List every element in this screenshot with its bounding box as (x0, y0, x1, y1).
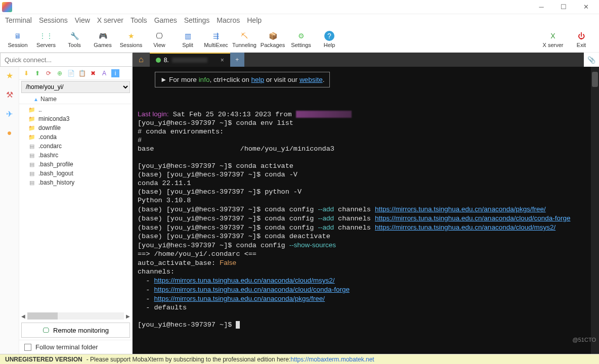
menu-sessions[interactable]: Sessions (39, 16, 68, 24)
copy-icon[interactable]: 📄 (67, 69, 75, 77)
follow-terminal-row[interactable]: Follow terminal folder (19, 340, 132, 354)
menubar: TerminalSessionsViewX serverToolsGamesSe… (0, 14, 599, 26)
file-list: 📁..📁miniconda3📁downfile📁.conda▤.condarc▤… (19, 104, 132, 311)
split-icon: ▥ (183, 31, 193, 41)
terminal-pane[interactable]: ► For more info, ctrl+click on help or v… (133, 67, 599, 354)
file-item[interactable]: ▤.bash_profile (21, 160, 130, 169)
download-icon[interactable]: ⬇ (22, 69, 30, 77)
globe-icon[interactable]: ● (4, 127, 15, 139)
menu-view[interactable]: View (75, 16, 90, 24)
toolbar-tools[interactable]: 🔧Tools (61, 31, 88, 48)
toolbar-help[interactable]: ?Help (316, 31, 343, 48)
folder-icon: 📁 (28, 115, 35, 122)
tool-icon[interactable]: ⚒ (4, 89, 15, 100)
help-icon: ? (324, 31, 334, 41)
menu-settings[interactable]: Settings (184, 16, 210, 24)
mobaxterm-link[interactable]: https://mobaxterm.mobatek.net (290, 356, 374, 363)
tab-bar: ⌂ 8. × + (133, 53, 584, 67)
sidebar-tabs: ★ ⚒ ✈ ● (0, 67, 19, 354)
toolbar-exit[interactable]: ⏻Exit (568, 31, 595, 48)
settings-icon: ⚙ (296, 31, 306, 41)
unregistered-label: UNREGISTERED VERSION (5, 356, 82, 363)
toolbar-split[interactable]: ▥Split (174, 31, 201, 48)
toolbar-sessions[interactable]: ★Sessions (117, 31, 145, 48)
menu-x-server[interactable]: X server (97, 16, 123, 24)
toolbar-settings[interactable]: ⚙Settings (287, 31, 315, 48)
app-icon (2, 2, 12, 12)
quick-connect-row: ⌂ 8. × + 📎 (0, 53, 599, 67)
path-select[interactable]: /home/you_yi/ (21, 81, 130, 93)
file-item[interactable]: 📁.conda (21, 132, 130, 142)
tab-label: 8. (164, 57, 169, 64)
statusbar: UNREGISTERED VERSION - Please support Mo… (0, 354, 599, 364)
tab-new[interactable]: + (230, 53, 244, 67)
plus-icon: + (235, 56, 239, 63)
sidebar: ★ ⚒ ✈ ● ⬇ ⬆ ⟳ ⊕ 📄 📋 ✖ A i /home/you_yi/ … (0, 67, 133, 354)
close-button[interactable]: ✕ (575, 0, 597, 14)
monitor-icon: 🖵 (42, 327, 49, 334)
toolbar-session[interactable]: 🖥Session (4, 31, 31, 48)
file-item[interactable]: ▤.bashrc (21, 151, 130, 160)
folder-icon: 📁 (28, 106, 35, 113)
newfolder-icon[interactable]: ⊕ (56, 69, 64, 77)
menu-macros[interactable]: Macros (217, 16, 240, 24)
toolbar: 🖥Session⋮⋮Servers🔧Tools🎮Games★Sessions🖵V… (0, 26, 599, 53)
menu-terminal[interactable]: Terminal (5, 16, 32, 24)
maximize-button[interactable]: ☐ (552, 0, 575, 14)
minimize-button[interactable]: ─ (530, 0, 552, 14)
tab-home[interactable]: ⌂ (133, 53, 150, 67)
menu-tools[interactable]: Tools (131, 16, 147, 24)
delete-icon[interactable]: ✖ (89, 69, 97, 77)
exit-icon: ⏻ (576, 31, 586, 41)
folder-icon: 📁 (28, 133, 35, 141)
file-item[interactable]: 📁miniconda3 (21, 114, 130, 123)
file-header-name[interactable]: ▴ Name (19, 94, 132, 104)
tab-session-active[interactable]: 8. × (150, 53, 230, 67)
upload-icon[interactable]: ⬆ (33, 69, 41, 77)
hscrollbar[interactable]: ◀▶ (19, 311, 132, 321)
packages-icon: 📦 (268, 31, 278, 41)
terminal-scrollbar[interactable] (591, 67, 599, 354)
view-icon: 🖵 (154, 31, 164, 41)
home-icon: ⌂ (139, 55, 144, 64)
toolbar-view[interactable]: 🖵View (146, 31, 173, 48)
file-icon: ▤ (28, 143, 35, 150)
toolbar-games[interactable]: 🎮Games (89, 31, 116, 48)
multiexec-icon: ⇶ (211, 31, 221, 41)
tab-close-icon[interactable]: × (221, 57, 224, 64)
toolbar-servers[interactable]: ⋮⋮Servers (32, 31, 60, 48)
quick-connect-input[interactable] (0, 53, 133, 67)
refresh-icon[interactable]: ⟳ (45, 69, 53, 77)
menu-help[interactable]: Help (247, 16, 262, 24)
file-icon: ▤ (28, 179, 35, 186)
remote-monitoring-button[interactable]: 🖵 Remote monitoring (21, 323, 130, 338)
file-item[interactable]: 📁.. (21, 105, 130, 114)
checkbox-icon[interactable] (24, 344, 31, 351)
games-icon: 🎮 (98, 31, 108, 41)
titlebar: ─ ☐ ✕ (0, 0, 599, 14)
star-icon[interactable]: ★ (4, 70, 15, 81)
file-icon: ▤ (28, 170, 35, 177)
paste-icon[interactable]: 📋 (78, 69, 86, 77)
toolbar-x server[interactable]: XX server (539, 31, 567, 48)
session-icon: 🖥 (13, 31, 23, 41)
status-dot-icon (156, 58, 161, 63)
toolbar-multiexec[interactable]: ⇶MultiExec (202, 31, 230, 48)
file-toolbar: ⬇ ⬆ ⟳ ⊕ 📄 📋 ✖ A i (19, 67, 132, 80)
menu-games[interactable]: Games (154, 16, 177, 24)
file-item[interactable]: ▤.bash_history (21, 178, 130, 187)
send-icon[interactable]: ✈ (4, 108, 15, 119)
watermark: @51CTO (573, 337, 596, 343)
servers-icon: ⋮⋮ (41, 31, 51, 41)
file-item[interactable]: ▤.condarc (21, 142, 130, 151)
x server-icon: X (548, 31, 558, 41)
file-item[interactable]: 📁downfile (21, 123, 130, 132)
font-icon[interactable]: A (100, 69, 108, 77)
toolbar-tunneling[interactable]: ⛏Tunneling (231, 31, 258, 48)
file-icon: ▤ (28, 152, 35, 159)
toolbar-packages[interactable]: 📦Packages (259, 31, 286, 48)
attachment-icon[interactable]: 📎 (584, 53, 599, 67)
file-icon: ▤ (28, 161, 35, 168)
info-icon[interactable]: i (111, 69, 119, 77)
file-item[interactable]: ▤.bash_logout (21, 169, 130, 178)
